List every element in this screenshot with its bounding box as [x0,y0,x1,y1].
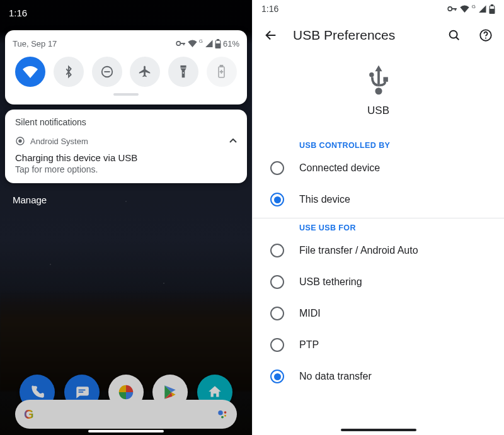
network-label-g: G [472,4,476,9]
svg-rect-25 [490,9,495,13]
svg-rect-14 [78,390,85,391]
page-title: USB Preferences [293,28,395,43]
collapse-icon[interactable] [229,138,237,144]
svg-point-20 [448,7,452,11]
svg-point-19 [221,416,224,419]
phone-icon [29,384,45,400]
radio-icon [270,338,284,352]
notification-item[interactable]: Android System Charging this device via … [15,136,237,174]
usb-icon [366,64,391,97]
notification-title: Charging this device via USB [15,152,237,163]
svg-point-0 [176,42,180,45]
gesture-handle[interactable] [88,430,164,432]
radio-label: No data transfer [299,371,372,382]
phone-home-notification-shade: 1:16 Tue, Sep 17 G 61% [0,0,252,435]
radio-label: Connected device [299,162,380,174]
radio-icon [270,307,284,320]
messages-icon [74,384,90,400]
radio-midi[interactable]: MIDI [253,298,504,329]
qs-tile-bluetooth[interactable] [54,57,84,87]
battery-icon [217,65,226,79]
radio-label: USB tethering [299,276,362,288]
vpn-key-icon [176,40,186,47]
battery-percent: 61% [223,39,239,48]
manage-notifications-button[interactable]: Manage [0,188,252,212]
svg-point-16 [218,410,223,415]
svg-rect-24 [491,4,493,6]
qs-status-icons: G 61% [176,39,239,48]
radio-icon [270,193,284,206]
battery-icon [489,4,495,14]
qs-tile-flashlight[interactable] [168,57,198,87]
radio-icon [270,370,284,383]
radio-ptp[interactable]: PTP [253,329,504,361]
svg-rect-1 [180,43,185,44]
section-title-controlled-by: USB CONTROLLED BY [253,138,504,152]
home-icon [207,384,223,400]
gesture-handle[interactable] [341,429,416,431]
statusbar-left: 1:16 [0,0,252,25]
section-title-use-usb-for: USE USB FOR [253,221,504,235]
dnd-icon [100,65,114,79]
radio-icon [270,161,284,175]
google-g-icon: G [24,407,34,422]
search-bar[interactable]: G [15,400,237,429]
qs-tile-dnd[interactable] [92,57,122,87]
radio-file-transfer[interactable]: File transfer / Android Auto [253,235,504,266]
usb-hero: USB [253,64,504,117]
svg-rect-11 [220,65,223,67]
statusbar-time: 1:16 [9,8,27,18]
radio-usb-tethering[interactable]: USB tethering [253,266,504,298]
quick-settings-panel: Tue, Sep 17 G 61% [5,30,247,105]
radio-label: File transfer / Android Auto [299,245,418,256]
qs-tile-airplane[interactable] [130,57,160,87]
svg-point-13 [19,140,21,142]
radio-label: This device [299,194,350,205]
assistant-icon[interactable] [217,409,228,420]
photos-icon [117,383,135,402]
network-label-g: G [199,38,203,44]
radio-this-device[interactable]: This device [253,184,504,215]
vpn-key-icon [447,6,457,12]
svg-rect-2 [183,43,184,45]
svg-rect-22 [455,8,456,11]
silent-notifications-label: Silent notifications [15,117,237,127]
radio-icon [270,275,284,289]
phone-usb-preferences: 1:16 G USB Preferences [252,0,504,435]
notification-group-silent: Silent notifications Android System Char… [5,110,247,183]
appbar: USB Preferences [253,18,504,53]
usb-hero-label: USB [253,105,504,117]
qs-tile-row [13,57,239,87]
svg-rect-15 [78,392,83,393]
svg-line-27 [456,37,459,40]
back-button[interactable] [261,26,280,45]
svg-rect-32 [383,77,387,81]
manage-label: Manage [13,195,47,205]
svg-rect-4 [217,39,219,40]
radio-connected-device[interactable]: Connected device [253,152,504,184]
svg-point-30 [375,88,382,94]
radio-label: PTP [299,339,319,351]
battery-icon [215,39,221,48]
play-icon [162,384,178,400]
cell-signal-icon [205,40,213,47]
svg-point-17 [224,411,227,414]
qs-tile-battery-saver[interactable] [207,57,237,87]
svg-point-29 [485,38,486,39]
divider [253,218,504,218]
qs-tile-wifi[interactable] [15,57,45,87]
airplane-icon [138,65,152,79]
notification-subtext: Tap for more options. [15,164,237,174]
qs-date: Tue, Sep 17 [13,39,57,48]
radio-no-data-transfer[interactable]: No data transfer [253,361,504,392]
cell-signal-icon [478,5,486,13]
wifi-icon [23,65,38,78]
wifi-icon [460,5,469,13]
radio-label: MIDI [299,308,321,319]
qs-expand-handle[interactable] [113,93,139,96]
svg-point-9 [183,72,184,74]
search-button[interactable] [445,26,464,45]
help-button[interactable] [476,26,495,45]
svg-point-26 [450,31,457,38]
svg-rect-8 [181,65,186,68]
